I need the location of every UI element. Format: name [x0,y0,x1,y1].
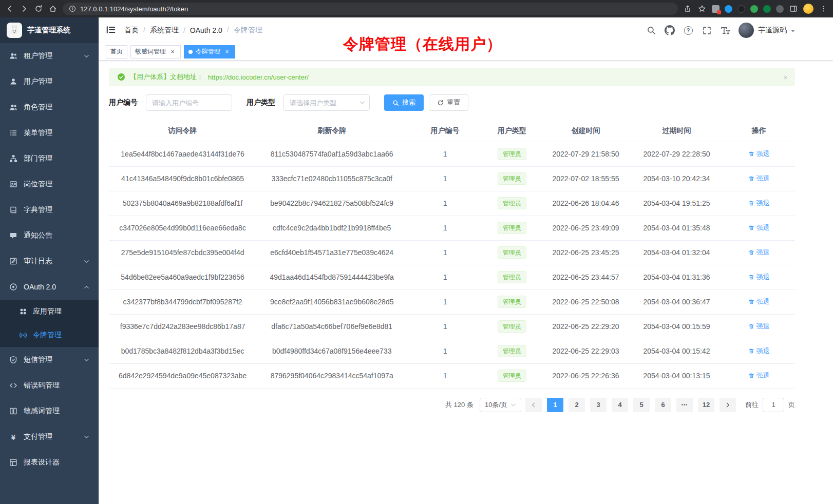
extension-icon-dark[interactable] [737,5,745,13]
user-id-cell: 1 [407,314,483,339]
user-type-cell: 管理员 [483,289,541,314]
github-icon[interactable] [665,25,675,35]
user-id-input[interactable] [146,94,232,111]
site-info-icon[interactable] [69,5,76,12]
user-type-select[interactable] [283,94,370,111]
access-token-cell: 54d6be82ee5a460a9aedc1f9bf223656 [109,265,256,289]
page-button-4[interactable]: 4 [612,398,628,412]
sidebar-item-role-management[interactable]: 角色管理 [0,94,99,120]
force-logout-button[interactable]: 强退 [748,297,770,306]
url-bar[interactable]: 127.0.0.1:1024/system/oauth2/token [63,3,678,15]
share-icon[interactable] [683,4,692,13]
force-logout-button[interactable]: 强退 [748,248,770,257]
breadcrumb-home[interactable]: 首页 [124,26,139,35]
user-menu[interactable]: 芋道源码 [739,23,795,38]
action-cell: 强退 [723,265,795,289]
page-size-select[interactable]: 10条/页 [480,398,521,412]
extension-icon-green[interactable] [750,5,758,13]
sidebar-item-dept-management[interactable]: 部门管理 [0,146,99,171]
tab-sensitive-word-management[interactable]: 敏感词管理 [130,45,181,59]
force-logout-button[interactable]: 强退 [748,371,770,380]
sidebar-item-post-management[interactable]: 岗位管理 [0,171,99,197]
home-button[interactable] [48,4,58,13]
bookmark-star-icon[interactable] [697,4,707,13]
sidebar-item-menu-management[interactable]: 菜单管理 [0,120,99,146]
font-size-icon[interactable] [720,25,730,35]
sidebar-item-payment-management[interactable]: ¥ 支付管理 [0,424,99,450]
page-button-2[interactable]: 2 [569,398,585,412]
user-avatar[interactable] [739,23,754,38]
hamburger-icon[interactable] [106,25,117,36]
user-id-cell: 1 [407,191,483,216]
extension-icon-paw[interactable] [776,5,784,13]
token-table: 访问令牌 刷新令牌 用户编号 用户类型 创建时间 过期时间 操作 [109,120,795,389]
dict-book-icon [9,206,17,214]
doc-link[interactable]: https://doc.iocoder.cn/user-center/ [208,73,309,81]
sidebar-item-error-code-management[interactable]: 错误码管理 [0,373,99,398]
search-icon[interactable] [646,25,656,35]
forward-button[interactable] [20,4,29,13]
force-logout-button[interactable]: 强退 [748,149,770,159]
sms-shield-icon [9,356,17,364]
chevron-down-icon [84,357,89,363]
breadcrumb-system-management[interactable]: 系统管理 [139,26,179,35]
app-logo[interactable]: 芋道管理系统 [0,17,99,43]
force-logout-button[interactable]: 强退 [748,346,770,356]
extension-icon-with-badge[interactable] [712,5,720,13]
access-token-cell: f9336e7c7dd242a283ee98dc86b17a87 [109,314,256,339]
force-logout-button[interactable]: 强退 [748,223,770,232]
side-panel-icon[interactable] [789,4,798,13]
chevron-down-icon [84,53,89,59]
announcement-icon [9,231,17,240]
sidebar-item-dict-management[interactable]: 字典管理 [0,197,99,223]
tab-close-icon[interactable] [223,48,231,55]
fullscreen-icon[interactable] [702,25,712,35]
browser-menu-icon[interactable] [819,4,828,13]
tab-home[interactable]: 首页 [106,45,127,59]
sidebar-item-tenant-management[interactable]: 租户管理 [0,43,99,69]
sidebar-item-sms-management[interactable]: 短信管理 [0,347,99,373]
audit-log-icon [9,257,17,265]
alert-close-icon[interactable] [783,73,788,82]
force-logout-button[interactable]: 强退 [748,199,770,208]
user-id-cell: 1 [407,265,483,289]
search-button[interactable]: 搜索 [384,94,424,111]
table-row: c342377bf8b344799dcbf7bf095287f2 9ce8ef2… [109,289,795,314]
sidebar-subitem-app-management[interactable]: 应用管理 [0,300,99,323]
breadcrumb-oauth2[interactable]: OAuth 2.0 [179,26,222,34]
sidebar-item-sensitive-word-management[interactable]: 敏感词管理 [0,398,99,424]
help-icon[interactable] [683,25,693,35]
tab-token-management[interactable]: 令牌管理 [184,45,235,59]
created-time-cell: 2022-06-25 22:26:36 [541,363,631,388]
page-button-5[interactable]: 5 [633,398,650,412]
table-row: b0d1785bc3a8482f812db4a3f3bd15ec b0df498… [109,339,795,363]
goto-unit-label: 页 [788,400,795,410]
sidebar-item-notice-announcement[interactable]: 通知公告 [0,223,99,248]
page-button-last[interactable]: 12 [698,398,714,412]
next-page-button[interactable] [720,398,736,412]
reload-button[interactable] [34,4,43,13]
sidebar: 芋道管理系统 租户管理 用户管理 角色管理 菜单管理 [0,17,99,504]
browser-profile-avatar[interactable] [803,4,813,14]
col-created-time: 创建时间 [541,120,631,142]
sidebar-item-audit-log[interactable]: 审计日志 [0,248,99,274]
tab-close-icon[interactable] [169,48,176,55]
extension-icon-flask[interactable] [763,5,771,13]
force-logout-button[interactable]: 强退 [748,273,770,282]
page-button-1[interactable]: 1 [547,398,563,412]
extension-icon-blue[interactable] [725,5,732,13]
reset-button[interactable]: 重置 [429,94,468,111]
force-logout-button[interactable]: 强退 [748,174,770,183]
access-token-cell: 6d842e2924594de9a09e45e087323abe [109,363,256,388]
goto-page-input[interactable] [763,398,784,412]
more-pages-button[interactable]: ••• [676,398,693,412]
sidebar-subitem-token-management[interactable]: 令牌管理 [0,323,99,347]
back-button[interactable] [5,4,14,13]
page-button-3[interactable]: 3 [590,398,607,412]
force-logout-button[interactable]: 强退 [748,322,770,331]
sidebar-item-report-designer[interactable]: 报表设计器 [0,450,99,475]
sidebar-item-user-management[interactable]: 用户管理 [0,69,99,94]
prev-page-button[interactable] [525,398,542,412]
page-button-6[interactable]: 6 [655,398,671,412]
sidebar-item-oauth2[interactable]: OAuth 2.0 [0,274,99,300]
